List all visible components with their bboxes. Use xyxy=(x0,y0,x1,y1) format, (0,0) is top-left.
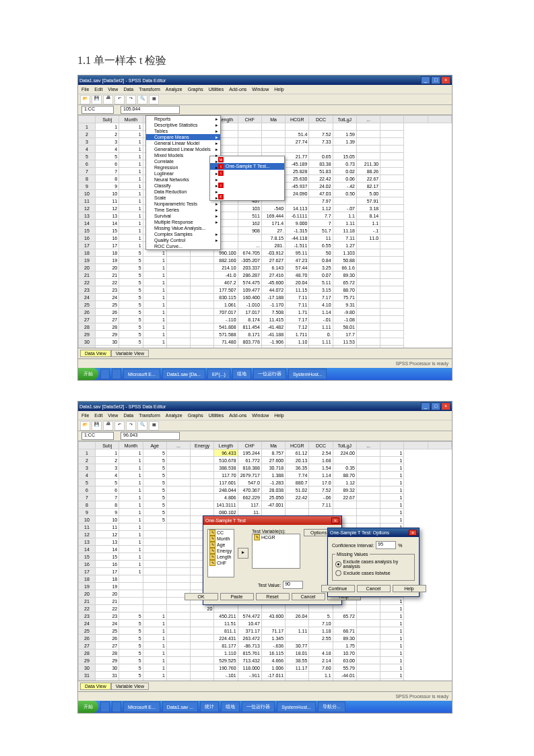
cell[interactable] xyxy=(166,679,190,681)
cell[interactable]: 1 xyxy=(119,212,143,220)
row-header[interactable]: 2 xyxy=(79,131,96,138)
cell[interactable]: 81.177 xyxy=(214,642,238,650)
cell[interactable]: 7.11 xyxy=(333,234,356,242)
cell[interactable]: 830.115 xyxy=(214,294,238,301)
cell[interactable] xyxy=(356,338,380,346)
maximize-icon[interactable]: □ xyxy=(431,402,440,410)
col-header[interactable] xyxy=(380,116,404,123)
cell[interactable]: 47.23 xyxy=(286,257,309,264)
col-header[interactable]: TotLgJ xyxy=(333,116,356,123)
cell[interactable] xyxy=(380,286,404,294)
cell[interactable]: 26.04 xyxy=(286,612,309,620)
cell[interactable]: 662.229 xyxy=(238,494,261,501)
menu-item[interactable]: Data Reduction xyxy=(146,189,220,195)
cell[interactable]: 1.18 xyxy=(309,679,333,681)
cell[interactable] xyxy=(356,257,380,264)
cell[interactable] xyxy=(380,175,404,183)
cell[interactable]: 57.44 xyxy=(286,264,309,272)
radio-exclude-analysis[interactable]: Exclude cases analysis by analysis xyxy=(335,559,411,569)
menu-item[interactable]: Neural Networks xyxy=(146,177,220,183)
cell[interactable]: 574.475 xyxy=(238,279,261,286)
cell[interactable] xyxy=(356,346,380,348)
cell[interactable]: 5 xyxy=(119,338,143,346)
col-header[interactable]: DCC xyxy=(309,116,333,123)
menu-view[interactable]: View xyxy=(108,87,118,92)
cell[interactable]: 26 xyxy=(96,635,119,642)
maximize-icon[interactable]: □ xyxy=(431,76,440,84)
col-header[interactable] xyxy=(428,442,451,449)
cell[interactable] xyxy=(261,131,285,138)
cell[interactable]: 26 xyxy=(96,309,119,316)
menu-item[interactable]: Complex Samples xyxy=(146,231,220,237)
toolbar[interactable]: 📂 💾 🖶 ↶ ↷ 🔍 ▦ xyxy=(78,94,452,105)
help-button[interactable]: Help xyxy=(393,585,426,592)
cell[interactable] xyxy=(191,286,214,294)
taskbar-item[interactable] xyxy=(100,369,110,379)
cell[interactable]: 7.60 xyxy=(309,664,333,672)
tab-variable-view[interactable]: Variable View xyxy=(111,683,149,690)
cell[interactable] xyxy=(380,279,404,286)
cell[interactable]: 3.18 xyxy=(356,205,380,212)
cell[interactable]: 17.7 xyxy=(333,331,356,338)
list-item[interactable]: ✎Age xyxy=(208,542,234,548)
cell[interactable] xyxy=(356,153,380,160)
col-header[interactable] xyxy=(380,442,404,449)
cell[interactable]: 11.17 xyxy=(286,664,309,672)
cell[interactable] xyxy=(356,131,380,138)
cell[interactable]: 11.53 xyxy=(333,338,356,346)
row-header[interactable]: 24 xyxy=(79,620,96,627)
cell[interactable]: 1 xyxy=(119,138,143,146)
cell[interactable]: -45.189 xyxy=(286,160,309,168)
cell[interactable]: 61.772 xyxy=(238,457,261,464)
cell[interactable]: 1 xyxy=(143,338,166,346)
cell[interactable] xyxy=(380,160,404,168)
row-header[interactable]: 10 xyxy=(79,516,96,524)
cell[interactable] xyxy=(238,123,261,131)
menu-item[interactable]: General Linear Model xyxy=(146,140,220,146)
cell[interactable]: 713.432 xyxy=(238,657,261,664)
cell[interactable] xyxy=(191,494,214,501)
cell[interactable] xyxy=(143,546,166,553)
cell[interactable] xyxy=(356,664,380,672)
cell[interactable]: 1.103 xyxy=(333,249,356,257)
menu-item[interactable]: Classify xyxy=(146,183,220,189)
cell[interactable]: 1 xyxy=(143,257,166,264)
close-icon[interactable]: × xyxy=(409,530,417,536)
cell[interactable] xyxy=(166,546,190,553)
cell[interactable] xyxy=(166,301,190,309)
cell[interactable] xyxy=(191,279,214,286)
menu-graphs[interactable]: Graphs xyxy=(188,413,203,418)
cell[interactable]: 11.15 xyxy=(286,286,309,294)
cell[interactable]: 1 xyxy=(119,197,143,205)
cell[interactable]: 1 xyxy=(143,650,166,657)
cell[interactable]: 5 xyxy=(119,286,143,294)
cell[interactable]: 1.1 xyxy=(309,672,333,679)
cell[interactable] xyxy=(356,301,380,309)
row-header[interactable]: 32 xyxy=(79,679,96,681)
row-header[interactable]: 29 xyxy=(79,657,96,664)
cell[interactable]: 15 xyxy=(96,227,119,234)
cell[interactable]: -540 xyxy=(261,205,285,212)
cell[interactable] xyxy=(356,672,380,679)
cell[interactable]: 1.14 xyxy=(309,309,333,316)
menu-window[interactable]: Window xyxy=(252,413,269,418)
cell[interactable]: 27.74 xyxy=(286,138,309,146)
cell[interactable] xyxy=(166,264,190,272)
cell[interactable]: 1 xyxy=(380,501,404,509)
cell[interactable]: 7.11 xyxy=(309,501,333,509)
cell[interactable] xyxy=(191,635,214,642)
cell[interactable] xyxy=(238,131,261,138)
cell[interactable] xyxy=(380,212,404,220)
cell[interactable]: 1 xyxy=(380,635,404,642)
cell[interactable] xyxy=(333,501,356,509)
cell[interactable] xyxy=(191,479,214,486)
cell[interactable]: 203.337 xyxy=(238,264,261,272)
col-header[interactable]: Age xyxy=(143,442,166,449)
row-header[interactable]: 2 xyxy=(79,457,96,464)
cell[interactable] xyxy=(166,323,190,331)
cell[interactable]: 13 xyxy=(96,212,119,220)
cell[interactable]: 1 xyxy=(119,531,143,538)
cell[interactable]: 11.51 xyxy=(214,620,238,627)
row-header[interactable]: 27 xyxy=(79,642,96,650)
cell[interactable] xyxy=(166,538,190,546)
